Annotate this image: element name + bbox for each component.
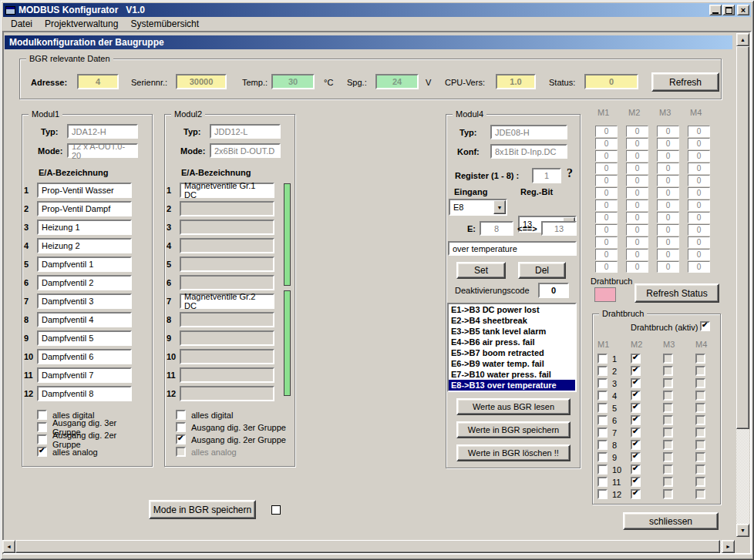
mapping-list-item[interactable]: E6->B9 water temp. fail bbox=[449, 358, 575, 369]
mapping-list-item[interactable]: E8->B13 over temperature bbox=[449, 380, 575, 391]
modul1-channel-name-input[interactable]: Heizung 2 bbox=[37, 238, 132, 253]
drahtbruch-checkbox-m1[interactable] bbox=[597, 415, 608, 425]
seriennr-label: Seriennr.: bbox=[131, 78, 167, 87]
mapping-list-item[interactable]: E7->B10 water press. fail bbox=[449, 369, 575, 380]
modul1-channel-name-input[interactable]: Dampfventil 7 bbox=[37, 367, 132, 383]
refresh-status-button[interactable]: Refresh Status bbox=[635, 283, 719, 303]
modul1-channel-name-input[interactable]: Dampfventil 4 bbox=[37, 312, 132, 327]
mapping-list-item[interactable]: E3->B5 tank level alarm bbox=[449, 326, 575, 337]
drahtbruch-checkbox-m2[interactable]: ✔ bbox=[631, 464, 641, 474]
drahtbruch-checkbox-m2[interactable]: ✔ bbox=[631, 391, 641, 401]
modul1-channel-name-input[interactable]: Dampfventil 3 bbox=[37, 293, 132, 309]
channel-number: 6 bbox=[167, 278, 180, 287]
drahtbruch-checkbox-m2[interactable]: ✔ bbox=[631, 440, 641, 450]
drahtbruch-checkbox-m2[interactable]: ✔ bbox=[631, 403, 641, 413]
modul1-channel-name-input[interactable]: Dampfventil 5 bbox=[37, 330, 132, 346]
modul1-channel-name-input[interactable]: Dampfventil 2 bbox=[37, 275, 132, 290]
mapping-list-item[interactable]: E5->B7 boom retracted bbox=[449, 347, 575, 358]
drahtbruch-aktiv-slot: ✔ bbox=[700, 321, 710, 333]
werte-lesen-button[interactable]: Werte aus BGR lesen bbox=[456, 398, 571, 415]
module-register-cell: 0 bbox=[688, 150, 710, 162]
modul1-option-checkbox[interactable]: ✔ bbox=[37, 447, 47, 457]
drahtbruch-checkbox-m1[interactable] bbox=[597, 428, 608, 438]
werte-loeschen-button[interactable]: Werte in BGR löschen !! bbox=[456, 444, 571, 461]
modul1-option-checkbox[interactable] bbox=[37, 434, 47, 444]
menu-item-systembersicht[interactable]: Systemübersicht bbox=[124, 18, 205, 30]
close-button[interactable]: × bbox=[737, 5, 749, 15]
modul2-channel-row: 8 bbox=[167, 312, 274, 327]
drahtbruch-headers: M1M2M3M4 bbox=[597, 340, 713, 349]
set-button[interactable]: Set bbox=[456, 262, 506, 279]
chevron-down-icon[interactable]: ▼ bbox=[493, 200, 506, 214]
mode-speichern-button[interactable]: Mode in BGR speichern bbox=[149, 500, 256, 519]
horizontal-scrollbar-thumb[interactable] bbox=[15, 540, 720, 553]
modul2-channel-name-input[interactable]: Magnetventile Gr.2 DC bbox=[180, 293, 274, 309]
drahtbruch-checkbox-m1[interactable] bbox=[597, 489, 608, 499]
footer-checkbox[interactable] bbox=[271, 505, 281, 515]
eingang-select[interactable]: E8 ▼ bbox=[449, 199, 507, 216]
bgr-group-label: BGR relevante Daten bbox=[26, 54, 113, 63]
channel-number: 10 bbox=[24, 352, 37, 361]
refresh-button[interactable]: Refresh bbox=[651, 72, 719, 92]
modul2-option-checkbox[interactable] bbox=[176, 410, 186, 420]
modul2-channel-name-input[interactable]: Magnetventile Gr.1 DC bbox=[180, 183, 274, 198]
drahtbruch-checkbox-m1[interactable] bbox=[597, 440, 608, 450]
drahtbruch-checkbox-m2[interactable]: ✔ bbox=[631, 489, 641, 499]
minimize-button[interactable] bbox=[709, 5, 722, 15]
drahtbruch-checkbox-m1[interactable] bbox=[597, 354, 608, 364]
spg-label: Spg.: bbox=[347, 78, 367, 87]
drahtbruch-aktiv-checkbox[interactable]: ✔ bbox=[700, 321, 710, 331]
modul2-group1-bar bbox=[284, 183, 291, 286]
deaktivierungscode-field[interactable]: 0 bbox=[538, 283, 569, 298]
modul1-option-checkbox[interactable] bbox=[37, 410, 47, 420]
modul1-channel-name-input[interactable]: Dampfventil 1 bbox=[37, 257, 132, 272]
scroll-down-button[interactable]: ▼ bbox=[736, 524, 749, 537]
bezeichnung-input[interactable]: over temperature bbox=[448, 241, 577, 256]
module-register-cell: 0 bbox=[657, 249, 679, 260]
drahtbruch-checkbox-m1[interactable] bbox=[597, 477, 608, 487]
schliessen-button[interactable]: schliessen bbox=[623, 512, 719, 530]
drahtbruch-checkbox-m1[interactable] bbox=[597, 464, 608, 474]
del-button[interactable]: Del bbox=[518, 262, 566, 279]
maximize-button[interactable] bbox=[722, 5, 735, 15]
drahtbruch-checkbox-m1[interactable] bbox=[597, 403, 608, 413]
menu-item-projektverwaltung[interactable]: Projektverwaltung bbox=[39, 18, 124, 30]
mapping-list-item[interactable]: E4->B6 air press. fail bbox=[449, 337, 575, 347]
drahtbruch-checkbox-m2[interactable]: ✔ bbox=[631, 428, 641, 438]
scroll-left-button[interactable]: ◄ bbox=[2, 540, 15, 553]
modul2-channel-name-input bbox=[180, 257, 274, 272]
vertical-scrollbar-thumb[interactable] bbox=[736, 46, 749, 429]
modul2-option-checkbox[interactable]: ✔ bbox=[176, 434, 186, 444]
mapping-list-item[interactable]: E1->B3 DC power lost bbox=[449, 304, 575, 315]
scroll-right-button[interactable]: ► bbox=[722, 540, 735, 553]
modul1-channel-name-input[interactable]: Dampfventil 6 bbox=[37, 349, 132, 364]
menu-item-datei[interactable]: Datei bbox=[5, 18, 39, 30]
drahtbruch-checkbox-m1[interactable] bbox=[597, 378, 608, 388]
drahtbruch-checkbox-m1[interactable] bbox=[597, 366, 608, 376]
module-register-cell: 0 bbox=[595, 187, 618, 199]
drahtbruch-checkbox-m4 bbox=[695, 378, 705, 388]
drahtbruch-checkbox-m2[interactable]: ✔ bbox=[631, 366, 641, 376]
modul1-channel-name-input[interactable]: Heizung 1 bbox=[37, 220, 132, 235]
mapping-listbox[interactable]: E1->B3 DC power lostE2->B4 sheetbreakE3-… bbox=[447, 303, 577, 392]
drahtbruch-checkbox-m1[interactable] bbox=[597, 391, 608, 401]
modul1-channel-name-input[interactable]: Prop-Ventil Dampf bbox=[37, 201, 132, 216]
modul1-channel-row: 8Dampfventil 4 bbox=[24, 312, 132, 327]
modul1-channel-name-input[interactable]: Dampfventil 8 bbox=[37, 386, 132, 401]
channel-number: 7 bbox=[612, 428, 617, 438]
modul1-option-checkbox[interactable] bbox=[37, 422, 47, 432]
scroll-up-button[interactable]: ▲ bbox=[736, 33, 749, 46]
mapping-list-item[interactable]: E2->B4 sheetbreak bbox=[449, 315, 575, 326]
help-icon[interactable]: ? bbox=[567, 166, 573, 180]
werte-speichern-button[interactable]: Werte in BGR speichern bbox=[456, 421, 571, 438]
modul1-channel-name-input[interactable]: Prop-Ventil Wasser bbox=[37, 183, 132, 198]
drahtbruch-checkbox-m2[interactable]: ✔ bbox=[631, 415, 641, 425]
drahtbruch-checkbox-m2[interactable]: ✔ bbox=[631, 452, 641, 462]
modul2-option-checkbox[interactable] bbox=[176, 422, 186, 432]
drahtbruch-checkbox-m2[interactable]: ✔ bbox=[631, 477, 641, 487]
drahtbruch-checkbox-m1[interactable] bbox=[597, 452, 608, 462]
drahtbruch-checkbox-m3 bbox=[663, 378, 673, 388]
drahtbruch-checkbox-m2[interactable]: ✔ bbox=[631, 378, 641, 388]
title-bar[interactable]: MODBUS Konfigurator V1.0 bbox=[3, 3, 751, 17]
drahtbruch-checkbox-m2[interactable]: ✔ bbox=[631, 354, 641, 364]
